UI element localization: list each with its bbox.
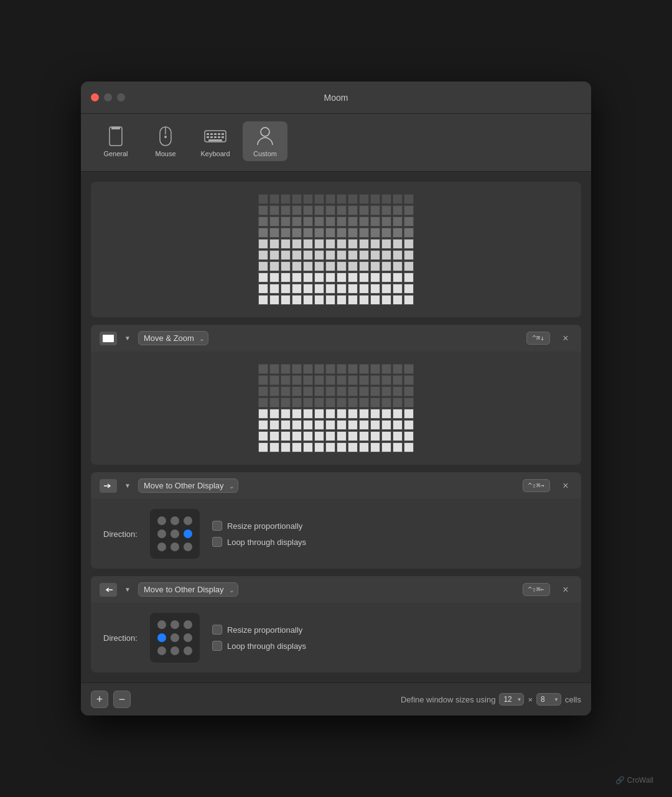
grid-top-cell (281, 228, 291, 238)
cols-select-wrapper: 12 10 11 13 14 16 (499, 693, 524, 706)
loop-displays-right-checkbox[interactable] (212, 537, 222, 547)
pad-dot2-tc[interactable] (168, 618, 181, 631)
grid-top-cell (269, 205, 279, 215)
grid-mid-cell (370, 386, 380, 396)
display-right-select[interactable]: Move to Other Display (138, 478, 238, 493)
grid-top-cell (303, 205, 313, 215)
resize-proportionally-right-checkbox[interactable] (212, 521, 222, 531)
grid-mid-cell (393, 364, 403, 374)
display-left-close[interactable]: × (559, 583, 572, 597)
pad-dot2-ml[interactable] (155, 631, 168, 644)
grid-top-cell (404, 250, 414, 260)
resize-proportionally-left-checkbox[interactable] (212, 625, 222, 635)
display-left-shortcut[interactable]: ^⇧⌘← (523, 583, 551, 596)
grid-mid-cell (325, 409, 335, 419)
pad-dot2-tl[interactable] (155, 618, 168, 631)
loop-displays-left-row[interactable]: Loop through displays (212, 641, 306, 651)
display-right-body: Direction: Resize proportio (91, 499, 581, 569)
loop-displays-right-row[interactable]: Loop through displays (212, 537, 306, 547)
display-left-select[interactable]: Move to Other Display (138, 582, 238, 597)
display-right-close[interactable]: × (559, 479, 572, 493)
display-right-shortcut[interactable]: ^⇧⌘→ (523, 479, 551, 492)
tab-general[interactable]: General (93, 121, 138, 161)
grid-top-cell (281, 273, 291, 282)
grid-display-top (91, 182, 581, 317)
grid-top-cell (393, 273, 403, 282)
pad-dot2-bl[interactable] (155, 645, 168, 658)
pad-dot-br[interactable] (182, 541, 195, 554)
grid-top-cell (269, 261, 279, 271)
pad-dot-bl[interactable] (155, 541, 168, 554)
grid-mid-cell (292, 386, 302, 396)
add-button[interactable]: + (91, 691, 108, 708)
tab-general-label: General (103, 150, 128, 157)
move-zoom-shortcut[interactable]: ^⌘↓ (526, 332, 550, 345)
grid-top-cell (303, 194, 313, 204)
section-move-zoom-chevron[interactable]: ▼ (122, 333, 133, 344)
pad-dot2-mr[interactable] (182, 631, 195, 644)
display-left-chevron[interactable]: ▼ (122, 584, 133, 595)
grid-mid-cell (314, 364, 324, 374)
pad-dot-ml[interactable] (155, 527, 168, 540)
move-zoom-select[interactable]: Move & Zoom (138, 331, 208, 345)
grid-top-cell (381, 273, 391, 282)
close-button[interactable] (91, 93, 99, 101)
tab-custom[interactable]: Custom (243, 121, 287, 161)
pad-dot2-bc[interactable] (168, 645, 181, 658)
grid-mid-cell (381, 375, 391, 385)
grid-top-cell (404, 228, 414, 238)
resize-proportionally-left-row[interactable]: Resize proportionally (212, 625, 306, 635)
cells-label: cells (565, 695, 581, 704)
remove-button[interactable]: − (113, 691, 131, 708)
pad-dot2-br[interactable] (182, 645, 195, 658)
grid-top-cell (314, 205, 324, 215)
grid-mid-cell (303, 442, 313, 452)
pad-dot-mr[interactable] (182, 527, 195, 540)
display-left-select-wrapper: Move to Other Display (138, 582, 238, 597)
grid-top-cell (325, 250, 335, 260)
grid-top-cell (370, 261, 380, 271)
resize-proportionally-right-row[interactable]: Resize proportionally (212, 521, 306, 531)
pad-dot-tl[interactable] (155, 514, 168, 527)
app-window: Moom General Mouse (81, 82, 591, 715)
grid-top-cell (404, 273, 414, 282)
grid-top-cell (325, 295, 335, 305)
grid-mid-cell (292, 364, 302, 374)
grid-top-cell (303, 239, 313, 249)
rows-select[interactable]: 8 6 7 9 10 12 (536, 693, 561, 706)
section-grid-top (91, 182, 581, 317)
grid-top-cell (292, 205, 302, 215)
minimize-button[interactable] (104, 93, 112, 101)
pad-dot2-tr[interactable] (182, 618, 195, 631)
tab-mouse[interactable]: Mouse (143, 121, 188, 161)
grid-top-cell (292, 284, 302, 294)
grid-top-cell (292, 250, 302, 260)
maximize-button[interactable] (117, 93, 125, 101)
grid-top-cell (337, 228, 347, 238)
grid-mid-cell (325, 398, 335, 408)
display-right-chevron[interactable]: ▼ (122, 480, 133, 492)
grid-mid-cell (281, 364, 291, 374)
pad-dot-tr[interactable] (182, 514, 195, 527)
grid-mid-cell (337, 386, 347, 396)
move-zoom-close[interactable]: × (559, 332, 572, 345)
grid-top-cell (393, 295, 403, 305)
grid-mid-cell (314, 375, 324, 385)
grid-top-cell (258, 273, 268, 282)
tab-keyboard[interactable]: Keyboard (193, 121, 238, 161)
grid-top-cell (393, 228, 403, 238)
pad-dot-mc[interactable] (168, 527, 181, 540)
grid-mid-cell (404, 431, 414, 441)
grid-mid-cell (337, 364, 347, 374)
pad-dot2-mc[interactable] (168, 631, 181, 644)
pad-dot-tc[interactable] (168, 514, 181, 527)
move-zoom-icon (100, 332, 117, 345)
footer: + − Define window sizes using 12 10 11 1… (81, 683, 591, 715)
grid-top-cell (269, 194, 279, 204)
pad-dot-bc[interactable] (168, 541, 181, 554)
grid-top-cell (337, 205, 347, 215)
cols-select[interactable]: 12 10 11 13 14 16 (499, 693, 524, 706)
loop-displays-left-checkbox[interactable] (212, 641, 222, 651)
grid-top-cell (292, 228, 302, 238)
grid-top-cell (348, 284, 358, 294)
